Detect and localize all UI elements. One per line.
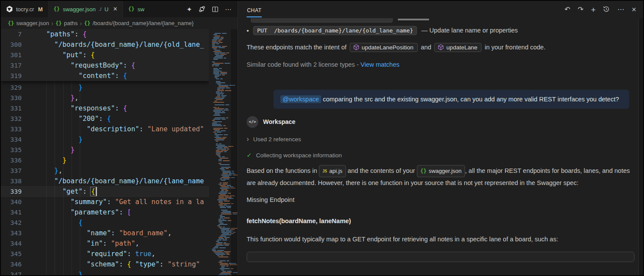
tab-chat[interactable]: CHAT (247, 2, 262, 17)
editor-tab-bar: tocry.cr M {} swagger.json ./ U × {} sw … (1, 1, 237, 17)
js-file-icon: JS (322, 166, 327, 177)
code-line[interactable]: 332 "200": { (1, 114, 209, 124)
crystal-file-icon (6, 6, 13, 13)
code-line[interactable]: 338 "/boards/{board_name}/lane/{lane_nam… (1, 176, 209, 186)
breadcrumb-symbol-path-item[interactable]: {} /boards/{board_name}/lane/{lane_name} (84, 20, 194, 26)
symbol-chip-updateLane[interactable]: updateLane (434, 43, 481, 52)
json-file-icon: {} (128, 6, 134, 12)
code-lines: 329 }330 },331 "responses": {332 "200": … (1, 82, 209, 275)
user-message-bubble: @workspace comparing the src and the exi… (273, 90, 629, 109)
file-chip-swagger-json[interactable]: {} swagger.json (417, 165, 465, 177)
json-file-icon: {} (54, 6, 60, 12)
close-panel-icon[interactable]: × (631, 6, 636, 13)
sticky-scroll: 7 "paths": {300 "/boards/{board_name}/la… (1, 29, 209, 81)
code-line[interactable]: 319 "content": { (1, 71, 209, 81)
missing-endpoint-title: Missing Endpoint (247, 196, 634, 205)
new-chat-icon[interactable]: + (591, 6, 595, 14)
responder-header: </> Workspace (247, 116, 634, 128)
tab-label: sw (137, 6, 144, 13)
used-references-toggle[interactable]: › Used 2 references (247, 135, 634, 143)
code-area[interactable]: 7 "paths": {300 "/boards/{board_name}/la… (1, 29, 209, 275)
workspace-avatar: </> (247, 116, 258, 128)
code-line[interactable]: 340 "summary": "Get all notes in a la (1, 197, 209, 207)
object-symbol-icon: {} (55, 20, 62, 26)
breadcrumb-separator: › (80, 20, 82, 27)
json-file-icon: {} (420, 166, 426, 177)
more-actions-icon[interactable]: ⋯ (225, 6, 231, 13)
method-symbol-icon (353, 44, 359, 50)
code-line[interactable]: 333 "description": "Lane updated" (1, 124, 209, 134)
tab-tocry-cr[interactable]: tocry.cr M (1, 1, 49, 17)
workspace-mention-chip[interactable]: @workspace (280, 95, 321, 103)
code-line[interactable]: 343 "name": "board_name", (1, 228, 209, 238)
more-icon[interactable]: ⋯ (617, 6, 624, 13)
chevron-right-icon: › (247, 135, 249, 143)
view-matches-link[interactable]: View matches (361, 61, 400, 68)
code-line[interactable]: 337 }, (1, 166, 209, 176)
code-line[interactable]: 329 } (1, 82, 209, 93)
chat-header-actions: ↶ ↷ + ⋯ × (565, 6, 636, 14)
method-symbol-icon (438, 44, 444, 50)
code-line[interactable]: 317 "requestBody": { (1, 60, 209, 71)
license-notice: Similar code found with 2 license types … (247, 61, 634, 70)
progress-step: ✓ Collecting workspace information (247, 151, 634, 159)
code-line[interactable]: 339 "get": { (1, 186, 209, 197)
responder-name: Workspace (263, 118, 295, 125)
breadcrumb-file[interactable]: {} swagger.json (8, 20, 49, 26)
json-file-icon: {} (8, 20, 14, 26)
code-line[interactable]: 334 } (1, 134, 209, 145)
breadcrumb: {} swagger.json › {} paths › {} /boards/… (1, 17, 237, 29)
code-line[interactable]: 7 "paths": { (1, 29, 209, 39)
chat-panel-header: CHAT ↶ ↷ + ⋯ × (238, 1, 643, 18)
breadcrumb-separator: › (51, 20, 53, 27)
tab-label: swagger.json (63, 6, 96, 13)
function-description: This function would typically map to a G… (247, 236, 634, 244)
code-line[interactable]: 331 "responses": { (1, 103, 209, 114)
code-line[interactable]: 347 }, (1, 270, 209, 275)
previous-message-clipped (251, 18, 634, 23)
close-tab-icon[interactable]: × (113, 6, 117, 13)
editor-body: 7 "paths": {300 "/boards/{board_name}/la… (1, 29, 237, 275)
clipped-text-fragment (398, 19, 429, 20)
breadcrumb-symbol-paths[interactable]: {} paths (55, 20, 78, 26)
redo-icon[interactable]: ↷ (578, 6, 583, 13)
code-line[interactable]: 330 }, (1, 93, 209, 103)
endpoint-bullet: • PUT /boards/{board_name}/lane/{old_lan… (247, 26, 634, 35)
vscode-window: tocry.cr M {} swagger.json ./ U × {} sw … (0, 0, 644, 276)
copilot-sparkle-icon[interactable]: ✦ (186, 6, 192, 13)
chat-panel: CHAT ↶ ↷ + ⋯ × (238, 1, 643, 275)
code-line[interactable]: 301 "put": { (1, 50, 209, 60)
code-line[interactable]: 335 } (1, 145, 209, 155)
object-symbol-icon: {} (84, 20, 90, 26)
minimap[interactable] (209, 29, 237, 275)
git-compare-icon[interactable] (198, 6, 205, 13)
git-modified-badge: M (38, 6, 43, 13)
history-icon[interactable] (603, 6, 610, 14)
code-line[interactable]: 346 "schema": { "type": "string" (1, 259, 209, 270)
code-line[interactable]: 342 { (1, 218, 209, 228)
editor-pane: tocry.cr M {} swagger.json ./ U × {} sw … (1, 1, 238, 275)
code-line[interactable]: 345 "required": true, (1, 249, 209, 259)
code-line[interactable]: 344 "in": "path", (1, 238, 209, 249)
code-line[interactable]: 300 "/boards/{board_name}/lane/{old_lane… (1, 39, 209, 50)
intent-paragraph: These endpoints match the intent of upda… (247, 42, 634, 52)
clipped-code-chip (251, 18, 393, 23)
tab-swagger-json-clipped[interactable]: {} sw (123, 1, 144, 17)
split-editor-icon[interactable] (212, 6, 218, 13)
endpoint-code-chip[interactable]: PUT /boards/{board_name}/lane/{old_lane_… (253, 26, 417, 35)
tab-label: tocry.cr (16, 6, 34, 13)
git-untracked-badge: U (104, 6, 108, 13)
endpoint-description: — Update lane name or properties (421, 27, 517, 34)
tab-swagger-json[interactable]: {} swagger.json ./ U × (49, 1, 123, 17)
code-block-clipped (247, 252, 634, 262)
file-chip-api-js[interactable]: JS api.js (319, 165, 346, 177)
symbol-chip-updateLanePosition[interactable]: updateLanePosition (350, 43, 418, 52)
undo-icon[interactable]: ↶ (565, 6, 570, 13)
code-line[interactable]: 341 "parameters": [ (1, 207, 209, 218)
bullet-icon: • (247, 27, 249, 34)
chat-scrollbar[interactable] (638, 18, 643, 275)
check-icon: ✓ (247, 152, 252, 159)
editor-actions: ✦ ⋯ (180, 1, 237, 17)
chat-body: • PUT /boards/{board_name}/lane/{old_lan… (238, 18, 643, 275)
code-line[interactable]: 336 } (1, 155, 209, 166)
